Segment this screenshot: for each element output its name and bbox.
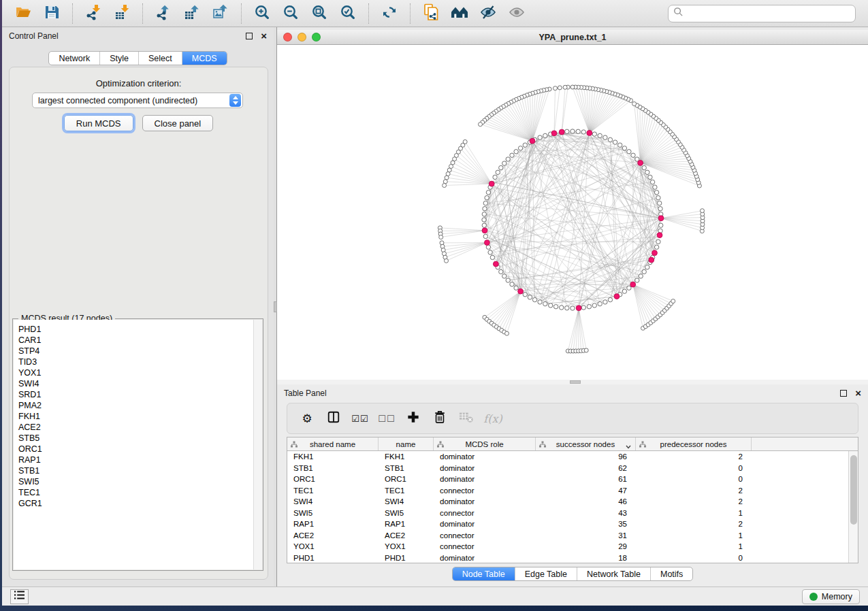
criterion-dropdown[interactable]: largest connected component (undirected) xyxy=(32,93,243,108)
mcds-result-item[interactable]: ORC1 xyxy=(18,444,262,455)
import-table-button[interactable] xyxy=(108,2,136,25)
mcds-result-item[interactable]: SWI4 xyxy=(18,378,262,389)
hide-details-button[interactable] xyxy=(474,2,502,25)
table-row[interactable]: ACE2ACE2connector311 xyxy=(287,530,858,542)
table-scrollbar[interactable] xyxy=(848,451,858,563)
mcds-result-item[interactable]: GCR1 xyxy=(18,498,262,509)
table-row[interactable]: STB1STB1dominator620 xyxy=(287,463,858,474)
zoom-fit-button[interactable] xyxy=(305,2,334,25)
mcds-result-item[interactable]: CAR1 xyxy=(18,335,262,346)
mcds-result-list[interactable]: PHD1CAR1STP4TID3YOX1SWI4SRD1PMA2FKH1ACE2… xyxy=(14,320,262,569)
table-row[interactable]: TEC1TEC1connector472 xyxy=(287,485,858,497)
open-file-button[interactable] xyxy=(9,2,37,25)
control-panel: Control Panel × NetworkStyleSelectMCDS O… xyxy=(2,27,274,587)
splitter-handle[interactable] xyxy=(570,380,581,384)
network-view[interactable] xyxy=(277,45,868,380)
export-table-button[interactable] xyxy=(178,2,206,25)
run-mcds-button[interactable]: Run MCDS xyxy=(64,115,133,131)
table-row[interactable]: RAP1RAP1dominator352 xyxy=(287,518,858,530)
copy-network-button[interactable] xyxy=(417,2,445,25)
mcds-result-item[interactable]: TID3 xyxy=(18,357,262,367)
table-toolbar: ⚙ ☑☑ ☐☐ f(x) xyxy=(287,403,858,434)
hierarchy-icon xyxy=(639,441,646,449)
column-header-shared-name[interactable]: shared name xyxy=(287,437,379,450)
save-session-button[interactable] xyxy=(37,2,66,25)
create-column-button[interactable] xyxy=(403,408,423,429)
column-header-name[interactable]: name xyxy=(379,437,434,450)
export-image-button[interactable] xyxy=(206,2,235,25)
zoom-selected-button[interactable] xyxy=(334,2,362,25)
search-box[interactable] xyxy=(668,5,856,22)
float-panel-icon[interactable] xyxy=(840,390,847,397)
mcds-result-item[interactable]: SWI5 xyxy=(18,476,262,487)
table-row[interactable]: SWI4SWI4dominator462 xyxy=(287,496,858,508)
search-input[interactable] xyxy=(688,9,850,18)
scrollbar-thumb[interactable] xyxy=(850,455,857,525)
tab-edge-table[interactable]: Edge Table xyxy=(515,567,577,580)
fx-icon: f(x) xyxy=(483,412,502,425)
mcds-result-item[interactable]: PHD1 xyxy=(18,324,262,335)
export-network-button[interactable] xyxy=(149,2,178,25)
zoom-out-button[interactable] xyxy=(276,2,305,25)
table-row[interactable]: YOX1YOX1connector291 xyxy=(287,541,858,552)
tab-mcds[interactable]: MCDS xyxy=(182,52,227,65)
import-network-button[interactable] xyxy=(79,2,108,25)
select-all-rows-button[interactable]: ☑☑ xyxy=(350,408,370,429)
mcds-result-item[interactable]: STB1 xyxy=(18,465,262,476)
tab-select[interactable]: Select xyxy=(138,52,182,65)
network-window-titlebar[interactable]: YPA_prune.txt_1 xyxy=(277,30,868,45)
show-eye-icon xyxy=(508,4,526,23)
zoom-in-button[interactable] xyxy=(248,2,276,25)
toolbar-separator xyxy=(368,3,369,24)
table-row[interactable]: SWI5SWI5connector431 xyxy=(287,508,858,519)
close-panel-icon[interactable]: × xyxy=(261,33,267,39)
table-row[interactable]: PHD1PHD1dominator180 xyxy=(287,552,858,564)
table-row[interactable]: FKH1FKH1dominator962 xyxy=(287,451,858,463)
tab-network[interactable]: Network xyxy=(49,52,99,65)
horizontal-splitter[interactable] xyxy=(277,380,868,384)
tab-node-table[interactable]: Node Table xyxy=(453,567,515,580)
mcds-result-item[interactable]: STB5 xyxy=(18,433,262,444)
toolbar-separator xyxy=(241,3,242,24)
refresh-button[interactable] xyxy=(375,2,404,25)
result-list-scrollbar[interactable] xyxy=(253,320,262,569)
column-header-successor-nodes[interactable]: successor nodes xyxy=(536,437,636,450)
network-canvas-svg xyxy=(277,45,868,380)
column-header-MCDS-role[interactable]: MCDS role xyxy=(434,437,536,450)
mcds-result-item[interactable]: RAP1 xyxy=(18,455,262,465)
mcds-result-item[interactable]: YOX1 xyxy=(18,367,262,378)
mcds-result-item[interactable]: ACE2 xyxy=(18,422,262,433)
mcds-result-item[interactable]: SRD1 xyxy=(18,389,262,400)
float-panel-icon[interactable] xyxy=(246,33,253,39)
dropdown-stepper-icon xyxy=(229,94,241,107)
mcds-result-item[interactable]: FKH1 xyxy=(18,411,262,422)
mcds-result-item[interactable]: TEC1 xyxy=(18,487,262,498)
table-row[interactable]: ORC1ORC1dominator610 xyxy=(287,474,858,485)
gear-icon: ⚙ xyxy=(302,412,312,425)
memory-button[interactable]: Memory xyxy=(802,589,860,604)
delete-column-button[interactable] xyxy=(430,408,450,429)
close-panel-button[interactable]: Close panel xyxy=(142,115,214,131)
search-icon xyxy=(673,7,684,20)
close-panel-icon[interactable]: × xyxy=(855,390,861,397)
mcds-result-item[interactable]: PMA2 xyxy=(18,400,262,411)
tab-style[interactable]: Style xyxy=(99,52,138,65)
right-pane: YPA_prune.txt_1 Table Panel × ⚙ ☑☑ xyxy=(277,27,868,587)
houses-button[interactable] xyxy=(445,2,474,25)
column-header-predecessor-nodes[interactable]: predecessor nodes xyxy=(636,437,752,450)
tab-network-table[interactable]: Network Table xyxy=(577,567,650,580)
houses-icon xyxy=(451,5,468,22)
mcds-result-item[interactable]: STP4 xyxy=(18,346,262,357)
show-columns-button[interactable] xyxy=(323,408,344,429)
show-panels-button[interactable] xyxy=(10,589,29,604)
table-settings-button[interactable]: ⚙ xyxy=(297,408,317,429)
chevron-down-icon[interactable] xyxy=(626,442,631,450)
tab-motifs[interactable]: Motifs xyxy=(650,567,692,580)
table-panel: Table Panel × ⚙ ☑☑ ☐☐ f(x) shared namena… xyxy=(277,384,868,587)
network-window-title: YPA_prune.txt_1 xyxy=(277,33,868,42)
checked-boxes-icon: ☑☑ xyxy=(351,414,368,424)
copy-share-icon xyxy=(423,3,439,24)
zoom-out-icon xyxy=(283,4,299,23)
deselect-all-rows-button[interactable]: ☐☐ xyxy=(376,408,397,429)
show-details-button[interactable] xyxy=(502,2,531,25)
